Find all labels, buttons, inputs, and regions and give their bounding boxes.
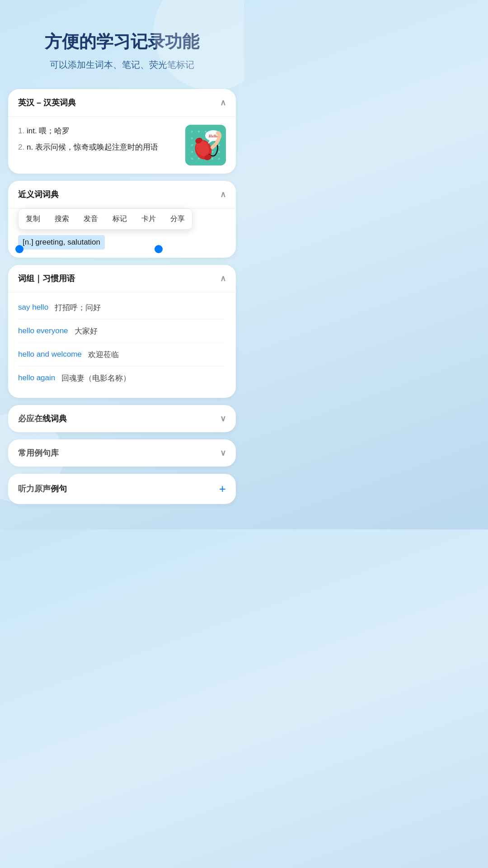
phrase-en-hello-and-welcome: hello and welcome bbox=[18, 350, 82, 359]
context-menu-share[interactable]: 分享 bbox=[163, 209, 192, 229]
svg-point-9 bbox=[218, 144, 220, 146]
synonym-section-header[interactable]: 近义词词典 ∧ bbox=[8, 181, 236, 208]
dict-def-1: 1. int. 喂；哈罗 bbox=[18, 125, 178, 138]
phrase-item-say-hello[interactable]: say hello 打招呼；问好 bbox=[18, 296, 226, 320]
selection-handle-right bbox=[155, 245, 163, 253]
context-menu-search[interactable]: 搜索 bbox=[47, 209, 76, 229]
phrases-list: say hello 打招呼；问好 hello everyone 大家好 hell… bbox=[8, 292, 236, 398]
phrases-chevron-up-icon: ∧ bbox=[220, 274, 226, 283]
svg-point-6 bbox=[191, 137, 193, 139]
def-type-1: int. bbox=[27, 127, 39, 135]
svg-point-15 bbox=[198, 158, 200, 160]
phrases-section-label: 词组｜习惯用语 bbox=[18, 273, 75, 284]
svg-point-17 bbox=[211, 158, 213, 160]
synonym-card: 近义词词典 ∧ 复制 搜索 发音 标记 卡片 分享 [n.] greeting,… bbox=[8, 181, 236, 258]
phrase-zh-say-hello: 打招呼；问好 bbox=[55, 302, 101, 313]
phrase-item-hello-everyone[interactable]: hello everyone 大家好 bbox=[18, 320, 226, 343]
bing-dict-card: 必应在线词典 ∨ bbox=[8, 405, 236, 432]
context-menu-pronounce[interactable]: 发音 bbox=[76, 209, 105, 229]
svg-point-14 bbox=[191, 158, 193, 160]
bottom-spacer bbox=[0, 511, 244, 529]
phrase-item-hello-and-welcome[interactable]: hello and welcome 欢迎莅临 bbox=[18, 343, 226, 367]
context-menu-card[interactable]: 卡片 bbox=[134, 209, 163, 229]
examples-label: 常用例句库 bbox=[18, 448, 59, 458]
phrase-zh-hello-everyone: 大家好 bbox=[75, 326, 98, 336]
context-menu-mark[interactable]: 标记 bbox=[105, 209, 134, 229]
svg-point-1 bbox=[191, 131, 193, 132]
def-type-2: n. bbox=[27, 143, 35, 151]
dictionary-chevron-up-icon: ∧ bbox=[220, 98, 226, 108]
synonym-section-label: 近义词词典 bbox=[18, 189, 59, 200]
examples-chevron-down-icon: ∨ bbox=[220, 448, 226, 458]
phrase-zh-hello-and-welcome: 欢迎莅临 bbox=[88, 349, 119, 360]
svg-point-18 bbox=[218, 158, 220, 160]
def-index-2: 2. bbox=[18, 143, 24, 151]
svg-point-13 bbox=[218, 151, 220, 153]
bing-dict-header[interactable]: 必应在线词典 ∨ bbox=[8, 405, 236, 432]
highlighted-text[interactable]: [n.] greeting, salutation bbox=[18, 235, 105, 250]
def-text-1: 喂；哈罗 bbox=[39, 127, 70, 135]
svg-point-3 bbox=[205, 131, 206, 132]
svg-point-10 bbox=[191, 151, 193, 153]
svg-point-8 bbox=[191, 144, 193, 146]
svg-text:Hello: Hello bbox=[208, 134, 218, 138]
audio-add-button[interactable]: + bbox=[219, 482, 226, 496]
synonym-content: 复制 搜索 发音 标记 卡片 分享 [n.] greeting, salutat… bbox=[8, 208, 236, 258]
phrase-en-say-hello: say hello bbox=[18, 303, 48, 312]
header-section: 方便的学习记录功能 可以添加生词本、笔记、荧光笔标记 bbox=[0, 0, 244, 89]
audio-section-label: 听力原声例句 bbox=[18, 483, 67, 494]
phrase-item-hello-again[interactable]: hello again 回魂妻（电影名称） bbox=[18, 367, 226, 390]
phrases-section-header[interactable]: 词组｜习惯用语 ∧ bbox=[8, 265, 236, 292]
dict-definitions: 1. int. 喂；哈罗 2. n. 表示问候，惊奇或唤起注意时的用语 bbox=[18, 125, 178, 155]
selection-handle-left bbox=[15, 245, 23, 253]
phrase-zh-hello-again: 回魂妻（电影名称） bbox=[61, 373, 131, 383]
def-index-1: 1. bbox=[18, 127, 24, 135]
svg-point-2 bbox=[198, 131, 200, 132]
phrases-card: 词组｜习惯用语 ∧ say hello 打招呼；问好 hello everyon… bbox=[8, 265, 236, 398]
context-menu-copy[interactable]: 复制 bbox=[19, 209, 47, 229]
dictionary-section-label: 英汉 – 汉英词典 bbox=[18, 97, 76, 108]
examples-header[interactable]: 常用例句库 ∨ bbox=[8, 439, 236, 467]
highlighted-text-row: [n.] greeting, salutation bbox=[18, 235, 226, 250]
audio-section-header[interactable]: 听力原声例句 + bbox=[8, 474, 236, 504]
bing-dict-chevron-down-icon: ∨ bbox=[220, 414, 226, 424]
phrase-en-hello-everyone: hello everyone bbox=[18, 326, 68, 335]
context-menu: 复制 搜索 发音 标记 卡片 分享 bbox=[18, 208, 192, 230]
dictionary-section-header[interactable]: 英汉 – 汉英词典 ∧ bbox=[8, 89, 236, 117]
svg-point-12 bbox=[211, 151, 213, 153]
bing-dict-label: 必应在线词典 bbox=[18, 413, 67, 424]
phrase-en-hello-again: hello again bbox=[18, 373, 55, 382]
synonym-chevron-up-icon: ∧ bbox=[220, 189, 226, 199]
hello-image: Hello bbox=[185, 125, 226, 165]
examples-card: 常用例句库 ∨ bbox=[8, 439, 236, 467]
header-title: 方便的学习记录功能 bbox=[18, 32, 226, 52]
dict-def-2: 2. n. 表示问候，惊奇或唤起注意时的用语 bbox=[18, 141, 178, 154]
dictionary-card: 英汉 – 汉英词典 ∧ 1. int. 喂；哈罗 2. n. 表示问候，惊奇或唤… bbox=[8, 89, 236, 174]
def-text-2: 表示问候，惊奇或唤起注意时的用语 bbox=[35, 143, 158, 151]
audio-card: 听力原声例句 + bbox=[8, 474, 236, 504]
header-subtitle: 可以添加生词本、笔记、荧光笔标记 bbox=[18, 59, 226, 71]
dict-entry: 1. int. 喂；哈罗 2. n. 表示问候，惊奇或唤起注意时的用语 bbox=[8, 117, 236, 174]
